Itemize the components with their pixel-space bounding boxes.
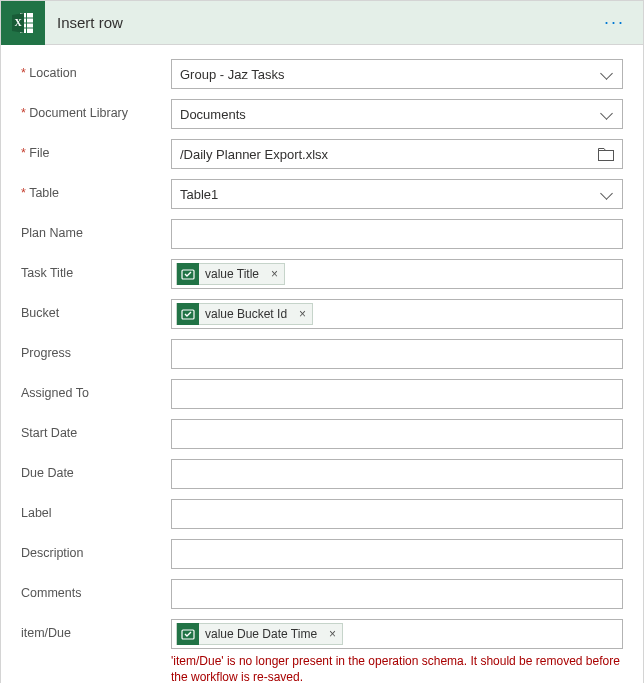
label-location: Location: [21, 59, 171, 80]
document-library-dropdown[interactable]: Documents: [171, 99, 623, 129]
action-card: X Insert row ··· Location Group - Jaz Ta…: [0, 0, 644, 683]
card-title: Insert row: [45, 14, 598, 31]
excel-icon: X: [1, 1, 45, 45]
label-task-title: Task Title: [21, 259, 171, 280]
label-due-date: Due Date: [21, 459, 171, 480]
chevron-down-icon: [600, 107, 614, 121]
token-value-bucket-id[interactable]: value Bucket Id ×: [176, 303, 313, 325]
label-document-library: Document Library: [21, 99, 171, 120]
label-progress: Progress: [21, 339, 171, 360]
chevron-down-icon: [600, 67, 614, 81]
task-title-input[interactable]: value Title ×: [171, 259, 623, 289]
comments-input[interactable]: [171, 579, 623, 609]
token-value-title[interactable]: value Title ×: [176, 263, 285, 285]
location-dropdown[interactable]: Group - Jaz Tasks: [171, 59, 623, 89]
plan-name-input[interactable]: [171, 219, 623, 249]
svg-text:X: X: [14, 17, 22, 28]
start-date-input[interactable]: [171, 419, 623, 449]
label-comments: Comments: [21, 579, 171, 600]
more-icon[interactable]: ···: [598, 8, 631, 37]
card-body: Location Group - Jaz Tasks Document Libr…: [1, 45, 643, 683]
label-start-date: Start Date: [21, 419, 171, 440]
planner-icon: [177, 623, 199, 645]
label-assigned-to: Assigned To: [21, 379, 171, 400]
label-table: Table: [21, 179, 171, 200]
table-dropdown[interactable]: Table1: [171, 179, 623, 209]
planner-icon: [177, 303, 199, 325]
label-description: Description: [21, 539, 171, 560]
card-header: X Insert row ···: [1, 1, 643, 45]
label-bucket: Bucket: [21, 299, 171, 320]
description-input[interactable]: [171, 539, 623, 569]
bucket-input[interactable]: value Bucket Id ×: [171, 299, 623, 329]
label-item-due: item/Due: [21, 619, 171, 640]
svg-rect-8: [599, 151, 614, 161]
chevron-down-icon: [600, 187, 614, 201]
token-remove[interactable]: ×: [293, 307, 312, 321]
token-value-due-date-time[interactable]: value Due Date Time ×: [176, 623, 343, 645]
folder-icon[interactable]: [598, 147, 614, 161]
error-item-due: 'item/Due' is no longer present in the o…: [171, 653, 623, 683]
item-due-input[interactable]: value Due Date Time ×: [171, 619, 623, 649]
token-remove[interactable]: ×: [265, 267, 284, 281]
planner-icon: [177, 263, 199, 285]
due-date-input[interactable]: [171, 459, 623, 489]
label-input[interactable]: [171, 499, 623, 529]
label-label: Label: [21, 499, 171, 520]
file-picker[interactable]: /Daily Planner Export.xlsx: [171, 139, 623, 169]
label-file: File: [21, 139, 171, 160]
label-plan-name: Plan Name: [21, 219, 171, 240]
assigned-to-input[interactable]: [171, 379, 623, 409]
progress-input[interactable]: [171, 339, 623, 369]
token-remove[interactable]: ×: [323, 627, 342, 641]
